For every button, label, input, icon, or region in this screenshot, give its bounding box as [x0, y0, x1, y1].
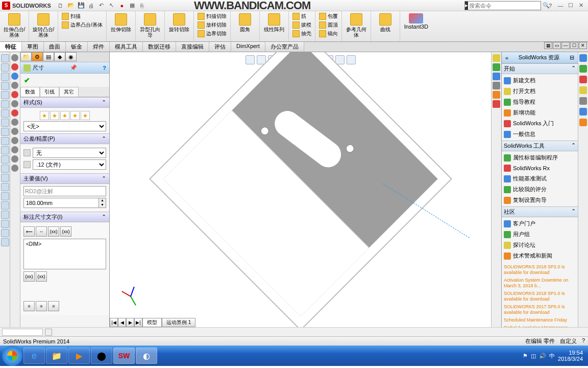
- whats-new-link[interactable]: 新增功能: [503, 107, 577, 118]
- feature-manager-tab[interactable]: 📁: [20, 52, 32, 61]
- favorite-button[interactable]: ★: [81, 111, 90, 120]
- collapse-icon[interactable]: ⌃: [102, 175, 106, 182]
- tab-directedit[interactable]: 直接编辑: [176, 42, 209, 52]
- display-manager-tab[interactable]: ◉: [65, 52, 77, 61]
- general-info-link[interactable]: 一般信息: [503, 129, 577, 140]
- bandicam-taskbar-button[interactable]: ◐: [136, 348, 157, 364]
- tool-icon[interactable]: [579, 108, 587, 116]
- text-xx3-button[interactable]: (xx): [23, 271, 35, 282]
- ref-geometry-button[interactable]: 参考几何体: [344, 12, 369, 39]
- news-link[interactable]: Scheduled Maintenance Friday: [504, 316, 576, 324]
- tray-volume-icon[interactable]: 🔊: [539, 353, 546, 359]
- ok-button[interactable]: ✔: [22, 76, 32, 85]
- load-favorite-button[interactable]: ★: [70, 111, 80, 120]
- boundary-cut-button[interactable]: 边界切除: [196, 30, 228, 38]
- close-icon[interactable]: ✕: [576, 2, 586, 10]
- resources-tab-icon[interactable]: [493, 54, 500, 62]
- compare-score-link[interactable]: 比较我的评分: [503, 184, 577, 195]
- task-autohide-icon[interactable]: ⊟: [568, 54, 576, 61]
- command-search[interactable]: ▸ 🔍: [464, 1, 541, 10]
- rib-button[interactable]: 筋: [291, 12, 313, 20]
- tool-icon[interactable]: [1, 201, 9, 210]
- tab-first-icon[interactable]: |◀: [110, 318, 118, 327]
- tool-icon[interactable]: [579, 119, 587, 126]
- primary-value-section-header[interactable]: 主要值(V)⌃: [20, 173, 109, 184]
- add-favorite-button[interactable]: ★: [40, 111, 49, 120]
- tool-icon[interactable]: [1, 128, 9, 136]
- tool-icon[interactable]: [1, 229, 9, 237]
- minimize-icon[interactable]: —: [555, 2, 566, 10]
- property-manager-tab[interactable]: ⚙: [32, 52, 43, 61]
- tool-icon[interactable]: [1, 91, 9, 99]
- subtab-leaders[interactable]: 引线: [40, 87, 59, 97]
- tool-icon[interactable]: [1, 82, 9, 90]
- tab-prev-icon[interactable]: ◀: [118, 318, 126, 327]
- tool-icon[interactable]: [1, 119, 9, 127]
- tab-office[interactable]: 办公室产品: [265, 42, 304, 52]
- dim-text-section-header[interactable]: 标注尺寸文字(I)⌃: [20, 212, 109, 222]
- spin-up-icon[interactable]: ▲: [99, 198, 106, 203]
- tool-icon[interactable]: [1, 238, 9, 246]
- config-manager-tab[interactable]: ▤: [43, 52, 54, 61]
- dimension-name-input[interactable]: [23, 186, 106, 196]
- appearances-tab-icon[interactable]: [493, 91, 500, 99]
- solidworks-taskbar-button[interactable]: SW: [113, 348, 135, 364]
- tool-icon[interactable]: [1, 192, 9, 200]
- tolerance-section-header[interactable]: 公差/精度(P)⌃: [20, 133, 109, 144]
- tool-icon[interactable]: [579, 76, 587, 83]
- introducing-link[interactable]: SolidWorks 入门: [503, 118, 577, 129]
- tab-weldments[interactable]: 焊件: [88, 42, 110, 52]
- tool-icon[interactable]: [1, 63, 9, 72]
- tool-icon[interactable]: [579, 86, 587, 94]
- tab-datamigration[interactable]: 数据迁移: [143, 42, 176, 52]
- chrome-taskbar-button[interactable]: ⬤: [91, 348, 112, 364]
- search-input[interactable]: [468, 3, 541, 9]
- tool-icon[interactable]: [1, 183, 9, 191]
- custom-props-tab-icon[interactable]: [493, 100, 500, 108]
- revolve-cut-button[interactable]: 旋转切除: [167, 12, 191, 33]
- tool-icon[interactable]: [1, 137, 9, 145]
- task-back-icon[interactable]: «: [503, 55, 510, 61]
- instant3d-button[interactable]: Instant3D: [400, 11, 432, 41]
- news-link[interactable]: SOLIDWORKS 2018 SP2.0 is available for d…: [504, 263, 576, 277]
- news-link[interactable]: SOLIDWORKS 2017 SP5.0 is available for d…: [504, 303, 576, 316]
- news-link[interactable]: Siebel & Analytics Maintenance, weekend …: [504, 324, 576, 327]
- loft-cut-button[interactable]: 放样切除: [196, 21, 228, 29]
- tutorials-link[interactable]: 指导教程: [503, 97, 577, 107]
- subtab-other[interactable]: 其它: [59, 87, 79, 97]
- revolve-boss-button[interactable]: 旋转凸台/基体: [31, 12, 56, 39]
- news-link[interactable]: Activation System Downtime on March 3, 2…: [504, 277, 576, 290]
- save-favorite-button[interactable]: ★: [60, 111, 69, 120]
- boundary-boss-button[interactable]: 边界凸台/基体: [60, 21, 104, 29]
- hole-wizard-button[interactable]: 异型孔向导: [138, 12, 162, 39]
- justify-right-button[interactable]: ≡: [48, 301, 59, 311]
- tool-icon[interactable]: [1, 155, 9, 164]
- linear-pattern-button[interactable]: 线性阵列: [262, 12, 286, 33]
- undo-icon[interactable]: ↶: [97, 1, 106, 10]
- sketch-icon[interactable]: [11, 109, 18, 117]
- collapse-icon[interactable]: ⌃: [102, 214, 106, 220]
- coord-input[interactable]: [2, 329, 43, 336]
- benchmark-link[interactable]: 性能基准测试: [503, 173, 577, 184]
- design-library-tab-icon[interactable]: [493, 63, 500, 71]
- sketch-icon[interactable]: [11, 165, 18, 172]
- sketch-icon[interactable]: [11, 155, 18, 163]
- tool-icon[interactable]: [1, 109, 9, 118]
- sketch-icon[interactable]: [11, 146, 18, 153]
- tab-dimxpert[interactable]: DimXpert: [231, 42, 265, 52]
- precision-combo[interactable]: .12 (文件): [33, 159, 106, 170]
- doc-tile-icon[interactable]: ▦: [544, 42, 552, 49]
- tray-ime-icon[interactable]: 中: [549, 352, 555, 360]
- curves-button[interactable]: 曲线: [373, 12, 398, 33]
- graphics-viewport[interactable]: |◀ ◀ ▶ ▶| 模型 运动算例 1: [110, 52, 491, 327]
- tolerance-type-combo[interactable]: 无: [33, 148, 106, 158]
- file-explorer-tab-icon[interactable]: [493, 73, 500, 80]
- start-button[interactable]: [2, 346, 22, 366]
- view-settings-icon[interactable]: [347, 55, 356, 64]
- user-groups-link[interactable]: 用户组: [503, 229, 577, 240]
- screen-capture-icon[interactable]: ⎘: [138, 1, 147, 10]
- pin-icon[interactable]: 📌: [70, 64, 77, 71]
- shell-button[interactable]: 抽壳: [291, 30, 313, 38]
- collapse-icon[interactable]: ⌃: [102, 135, 106, 142]
- forums-link[interactable]: 探讨论坛: [503, 240, 577, 250]
